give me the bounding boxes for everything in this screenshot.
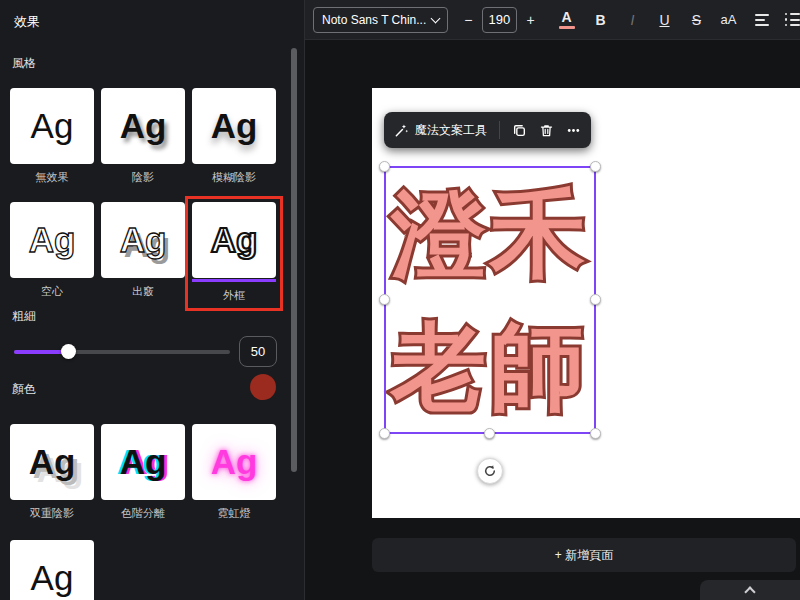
effect-glitch-label: 色階分離 (121, 506, 165, 521)
strikethrough-button[interactable]: S (685, 7, 709, 33)
text-align-icon[interactable] (755, 14, 769, 26)
effects-grid-row2: Ag 空心 Ag 出竅 Ag 外框 (10, 202, 276, 303)
effect-glitch-tile[interactable]: Ag (101, 424, 185, 500)
underline-button[interactable]: U (653, 7, 677, 33)
effect-blur-shadow[interactable]: Ag 模糊陰影 (192, 88, 276, 185)
effect-outline-label: 外框 (223, 288, 245, 303)
text-color-letter: A (561, 10, 571, 24)
resize-handle-mid-left[interactable] (379, 294, 390, 305)
delete-button[interactable] (539, 123, 554, 138)
outline-color-swatch[interactable] (250, 374, 276, 400)
effect-hollow[interactable]: Ag 空心 (10, 202, 94, 303)
rotate-icon (483, 464, 497, 478)
chevron-up-icon (744, 586, 755, 597)
resize-handle-bottom-right[interactable] (590, 428, 601, 439)
add-page-button[interactable]: + 新增頁面 (372, 538, 796, 572)
toolbar-divider (499, 121, 500, 139)
effect-neon-label: 霓虹燈 (218, 506, 251, 521)
font-family-select[interactable]: Noto Sans T Chin... (313, 7, 448, 33)
panel-scrollbar[interactable] (291, 48, 297, 472)
effect-outline-selected[interactable]: Ag 外框 (192, 202, 276, 303)
effect-double-shadow-tile[interactable]: Ag (10, 424, 94, 500)
effect-splice[interactable]: Ag 出竅 (101, 202, 185, 303)
canvas-area: 魔法文案工具 澄禾 老師 (305, 40, 800, 600)
context-toolbar: 魔法文案工具 (384, 112, 591, 148)
effect-shadow-label: 陰影 (132, 170, 154, 185)
thickness-slider-thumb[interactable] (61, 344, 76, 359)
rotate-handle[interactable] (477, 458, 503, 484)
effect-partial[interactable]: Ag (10, 540, 94, 600)
thickness-slider-track[interactable] (14, 350, 230, 354)
color-label: 顏色 (12, 381, 36, 398)
panel-title: 效果 (14, 13, 40, 31)
effect-double-shadow[interactable]: Ag 双重陰影 (10, 424, 94, 521)
effects-grid-row4-partial: Ag (10, 540, 276, 600)
effect-glitch[interactable]: Ag 色階分離 (101, 424, 185, 521)
effect-none[interactable]: Ag 無效果 (10, 88, 94, 185)
thickness-slider-fill (14, 350, 68, 354)
effect-shadow-tile[interactable]: Ag (101, 88, 185, 164)
text-color-underline (559, 26, 575, 29)
effect-hollow-tile[interactable]: Ag (10, 202, 94, 278)
more-options-button[interactable] (566, 123, 581, 138)
text-case-button[interactable]: aA (717, 7, 741, 33)
selected-indicator (192, 279, 276, 282)
thickness-label: 粗細 (12, 308, 36, 325)
effects-panel: 效果 風格 Ag 無效果 Ag 陰影 Ag 模糊陰影 Ag 空心 Ag 出竅 A… (0, 0, 305, 600)
resize-handle-mid-bottom[interactable] (484, 428, 495, 439)
effect-shadow[interactable]: Ag 陰影 (101, 88, 185, 185)
effect-hollow-label: 空心 (41, 284, 63, 299)
font-size-input[interactable]: 190 (482, 7, 516, 33)
magic-write-button[interactable]: 魔法文案工具 (394, 122, 487, 139)
effects-grid-row3: Ag 双重陰影 Ag 色階分離 Ag 霓虹燈 (10, 424, 276, 521)
chevron-down-icon (431, 13, 441, 23)
duplicate-button[interactable] (512, 123, 527, 138)
resize-handle-top-left[interactable] (379, 161, 390, 172)
thickness-value-input[interactable]: 50 (239, 336, 277, 367)
effect-none-tile[interactable]: Ag (10, 88, 94, 164)
effect-blur-shadow-label: 模糊陰影 (212, 170, 256, 185)
italic-button[interactable]: I (621, 7, 645, 33)
text-format-toolbar: Noto Sans T Chin... − 190 + A B I U S aA (305, 0, 800, 40)
selection-box[interactable] (384, 166, 596, 434)
text-color-button[interactable]: A (555, 7, 579, 33)
effect-outline-tile[interactable]: Ag (192, 202, 276, 278)
magic-wand-icon (394, 123, 409, 138)
font-size-decrease-button[interactable]: − (456, 7, 480, 33)
resize-handle-top-right[interactable] (590, 161, 601, 172)
effect-partial-tile[interactable]: Ag (10, 540, 94, 600)
effect-splice-label: 出竅 (132, 284, 154, 299)
effect-neon-tile[interactable]: Ag (192, 424, 276, 500)
font-family-value: Noto Sans T Chin... (322, 13, 426, 27)
bold-button[interactable]: B (589, 7, 613, 33)
list-icon[interactable] (785, 13, 800, 27)
bottom-panel-toggle[interactable] (700, 580, 800, 600)
effect-neon[interactable]: Ag 霓虹燈 (192, 424, 276, 521)
effect-blur-shadow-tile[interactable]: Ag (192, 88, 276, 164)
thickness-slider: 50 (0, 336, 305, 368)
magic-write-label: 魔法文案工具 (415, 122, 487, 139)
resize-handle-bottom-left[interactable] (379, 428, 390, 439)
effect-none-label: 無效果 (36, 170, 69, 185)
resize-handle-mid-right[interactable] (590, 294, 601, 305)
effect-double-shadow-label: 双重陰影 (30, 506, 74, 521)
effect-splice-tile[interactable]: Ag (101, 202, 185, 278)
effects-grid: Ag 無效果 Ag 陰影 Ag 模糊陰影 (10, 88, 276, 185)
style-section-label: 風格 (12, 55, 36, 72)
font-size-increase-button[interactable]: + (519, 7, 543, 33)
